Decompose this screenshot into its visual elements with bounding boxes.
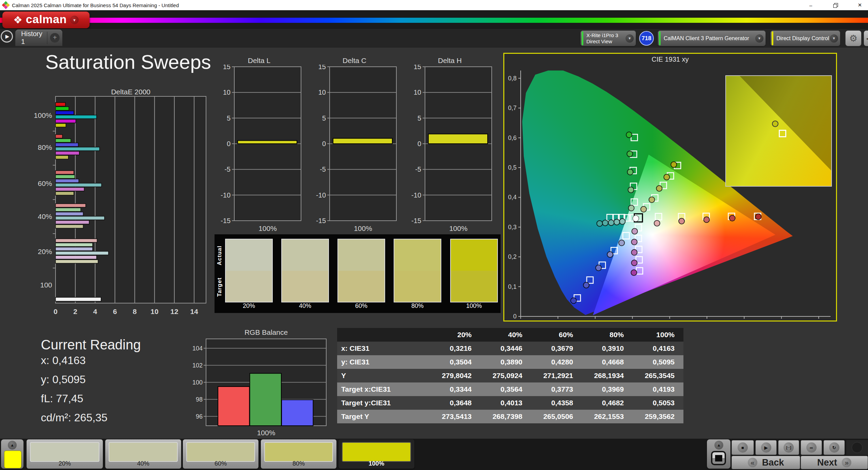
step-button[interactable]: [··] bbox=[778, 440, 799, 455]
column-header: 40% bbox=[480, 328, 531, 342]
green-measured-point bbox=[627, 151, 633, 157]
red-measured-point bbox=[679, 218, 684, 224]
continuous-icon: ∞ bbox=[806, 442, 817, 453]
swatch-80% bbox=[394, 239, 441, 302]
row-label: Target y:CIE31 bbox=[337, 396, 430, 410]
source-dropdown[interactable]: CalMAN Client 3 Pattern Generator ▼ bbox=[658, 30, 766, 46]
table-cell: 273,5413 bbox=[430, 410, 480, 423]
svg-text:5: 5 bbox=[322, 114, 326, 122]
pattern-swatch bbox=[264, 442, 333, 462]
table-cell: 0,3216 bbox=[430, 342, 480, 355]
calman-logo-icon: ❖ bbox=[13, 15, 22, 25]
tab-history-1[interactable]: History 1 + bbox=[15, 30, 62, 46]
blue-measured-point bbox=[571, 298, 577, 303]
add-tab-button[interactable]: + bbox=[47, 33, 62, 43]
row-label: Target x:CIE31 bbox=[337, 382, 430, 396]
svg-text:14: 14 bbox=[190, 308, 198, 315]
column-header: 20% bbox=[430, 328, 480, 342]
meter-line2: Direct View bbox=[586, 38, 612, 44]
svg-text:-5: -5 bbox=[415, 166, 421, 173]
close-button[interactable]: ✕ bbox=[856, 2, 863, 8]
delta-h-title: Delta H bbox=[405, 57, 495, 65]
swatch-label: 20% bbox=[225, 302, 273, 310]
svg-text:6: 6 bbox=[113, 308, 117, 315]
cyan-measured-point bbox=[602, 220, 608, 226]
tab-bar: ▶ History 1 + X-Rite i1Pro 3 Direct View… bbox=[0, 29, 868, 48]
record-indicator bbox=[846, 440, 868, 455]
back-button[interactable]: « Back bbox=[731, 456, 800, 469]
up-arrow-icon: ▲ bbox=[10, 443, 14, 448]
green-measured-point bbox=[628, 205, 634, 211]
pattern-label: 60% bbox=[183, 460, 258, 467]
svg-text:80%: 80% bbox=[38, 143, 52, 151]
app-logo-icon bbox=[2, 2, 9, 9]
titlebar: Calman 2025 Calman Ultimate for Business… bbox=[0, 0, 868, 10]
svg-text:104: 104 bbox=[192, 345, 203, 352]
table-cell: 259,3562 bbox=[633, 410, 683, 423]
blue-measured-point bbox=[596, 265, 601, 271]
play-icon: ▶ bbox=[761, 442, 771, 453]
pattern-window-panel: ▲ bbox=[707, 439, 730, 469]
stop-button[interactable]: ■ bbox=[731, 440, 754, 455]
cyan-measured-point bbox=[614, 219, 620, 225]
pattern-label: 100% bbox=[338, 460, 414, 467]
pattern-button-20%[interactable]: 20% bbox=[27, 439, 103, 469]
table-cell: 271,2921 bbox=[531, 369, 582, 382]
collapse-up-button[interactable]: ▲ bbox=[714, 441, 723, 450]
collapse-up-button[interactable]: ▲ bbox=[8, 441, 17, 450]
swatch-100% bbox=[450, 239, 498, 302]
pattern-button-60%[interactable]: 60% bbox=[183, 439, 258, 469]
yellow-measured-point bbox=[664, 174, 669, 180]
svg-text:100%: 100% bbox=[258, 224, 277, 232]
svg-text:0,4: 0,4 bbox=[508, 194, 517, 201]
step-icon: [··] bbox=[784, 442, 794, 453]
refresh-button[interactable]: ↻ bbox=[823, 440, 845, 455]
calman-menu-button[interactable]: ❖ calman ▼ bbox=[2, 12, 90, 28]
pattern-button-100%[interactable]: 100% bbox=[338, 439, 414, 469]
pattern-label: 80% bbox=[261, 460, 336, 467]
settings-button[interactable]: ⚙ bbox=[845, 30, 862, 46]
svg-text:100: 100 bbox=[40, 281, 52, 289]
svg-text:100%: 100% bbox=[34, 111, 52, 119]
workflow-nav-button[interactable]: ▶ bbox=[1, 30, 13, 43]
restore-button[interactable] bbox=[832, 2, 839, 8]
pattern-window-button[interactable] bbox=[711, 451, 726, 465]
minimize-button[interactable]: – bbox=[807, 2, 814, 8]
calman-logo-text: calman bbox=[26, 13, 67, 26]
table-row: Target x:CIE310,33440,35640,37730,39690,… bbox=[337, 382, 683, 396]
chevron-down-icon: ▼ bbox=[626, 34, 634, 43]
rainbow-bar bbox=[0, 18, 868, 23]
svg-text:0: 0 bbox=[322, 140, 326, 147]
deltae-chart: 02468101214100%80%60%40%20%100 bbox=[32, 95, 213, 324]
row-label: Y bbox=[337, 369, 430, 382]
pattern-button-40%[interactable]: 40% bbox=[105, 439, 181, 469]
deltae-chart-title: DeltaE 2000 bbox=[56, 88, 206, 96]
table-cell: 265,0506 bbox=[531, 410, 582, 423]
svg-text:96: 96 bbox=[196, 413, 203, 420]
play-button[interactable]: ▶ bbox=[755, 440, 777, 455]
svg-text:100%: 100% bbox=[449, 224, 468, 232]
actual-axis-label: Actual bbox=[216, 240, 223, 271]
active-pattern-panel: ▲ bbox=[1, 439, 23, 469]
next-button[interactable]: Next » bbox=[801, 456, 868, 469]
cie-1931-panel: CIE 1931 xy 00,10,20,30,40,50,60,70,800,… bbox=[503, 53, 837, 322]
svg-text:60%: 60% bbox=[38, 179, 52, 187]
meter-status-badge[interactable]: 718 bbox=[639, 31, 654, 46]
actual-swatch bbox=[226, 239, 272, 271]
svg-text:98: 98 bbox=[196, 396, 203, 403]
yellow-measured-point bbox=[641, 206, 647, 212]
svg-text:100%: 100% bbox=[257, 429, 275, 437]
pattern-button-80%[interactable]: 80% bbox=[261, 439, 336, 469]
column-header: 100% bbox=[633, 328, 683, 342]
svg-text:40%: 40% bbox=[38, 213, 52, 220]
svg-text:-15: -15 bbox=[221, 217, 231, 224]
magenta-measured-point bbox=[631, 270, 637, 276]
reading-x: x: 0,4163 bbox=[41, 354, 86, 367]
display-dropdown[interactable]: Direct Display Control ▼ bbox=[770, 30, 840, 46]
column-header: 80% bbox=[582, 328, 633, 342]
swatch-label: 80% bbox=[394, 302, 441, 310]
continuous-button[interactable]: ∞ bbox=[801, 440, 822, 455]
collapse-panel-button[interactable]: ◀ bbox=[864, 30, 868, 46]
delta-l-chart: 151050-5-10-15100% bbox=[214, 65, 304, 235]
meter-dropdown[interactable]: X-Rite i1Pro 3 Direct View ▼ bbox=[580, 30, 636, 46]
